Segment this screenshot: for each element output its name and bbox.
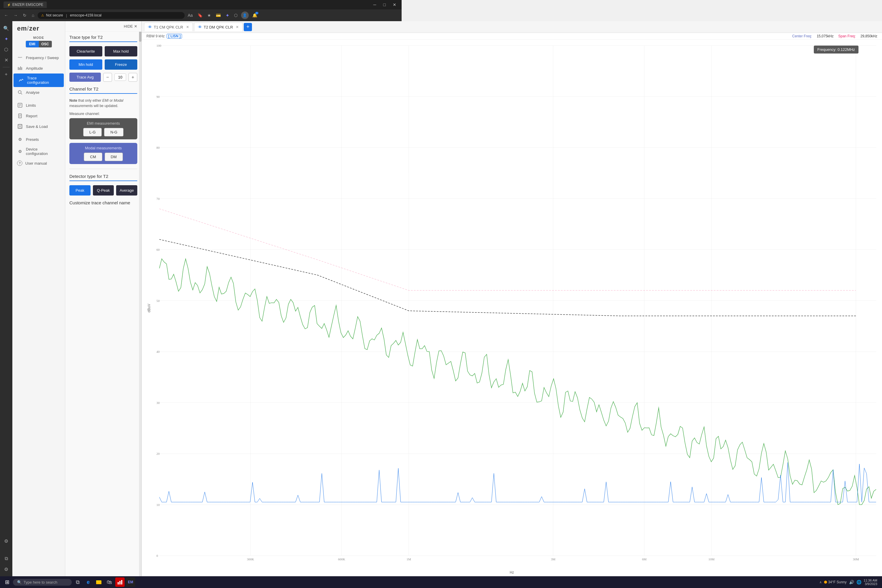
nav-label-limits: Limits — [26, 103, 36, 108]
t1-close-icon[interactable]: ✕ — [186, 25, 189, 29]
svg-rect-0 — [18, 67, 18, 70]
sidebar-collections-icon[interactable]: ⬡ — [2, 45, 11, 54]
immersive-reader-icon[interactable]: 🔖 — [196, 12, 204, 19]
rbw-value: 9 kHz — [156, 34, 165, 38]
browser-toolbar-right: Aa 🔖 ★ 💳 ✦ ⬡ 👤 🔔+ — [186, 12, 258, 20]
browser-tab[interactable]: ⚡ EMZER EMSCOPE — [3, 2, 47, 8]
left-nav: em/zer MODE EMI OSC 〰 Frequency / Sweep … — [12, 21, 65, 226]
lisn-badge: [ LISN ] — [167, 34, 182, 39]
close-button[interactable]: ✕ — [391, 2, 398, 8]
back-button[interactable]: ← — [2, 12, 10, 19]
trace-avg-plus-button[interactable]: + — [129, 73, 137, 82]
trace-type-row1: Clear/write Max hold — [69, 46, 137, 57]
channel-title: Channel for T2 — [69, 86, 137, 92]
trace-avg-button[interactable]: Trace Avg — [69, 73, 101, 82]
sidebar-x-icon[interactable]: ✕ — [2, 55, 11, 64]
t1-eye-icon: 👁 — [148, 25, 152, 29]
trace-icon — [18, 77, 24, 83]
panel-header: HIDE ✕ — [65, 21, 141, 32]
spectrum-chart[interactable] — [156, 43, 402, 226]
detector-section: Detector type for T2 Peak Q-Peak Average — [69, 174, 137, 195]
trace-avg-minus-button[interactable]: − — [103, 73, 112, 82]
trace-type-row2: Min hold Freeze — [69, 59, 137, 70]
sidebar-copilot-icon[interactable]: ✦ — [2, 34, 11, 44]
svg-rect-2 — [20, 66, 21, 70]
sidebar-search-icon[interactable]: 🔍 — [2, 24, 11, 33]
wallet-icon[interactable]: 💳 — [214, 12, 222, 19]
emi-mode-button[interactable]: EMI — [26, 41, 39, 47]
amplitude-icon — [17, 65, 23, 71]
main-area: 👁 T1 CM QPK CLR ✕ 👁 T2 DM QPK CLR ✕ + RB… — [142, 21, 402, 226]
panel-divider — [69, 169, 137, 169]
analyse-icon — [17, 89, 23, 95]
forward-button[interactable]: → — [12, 12, 20, 19]
hide-button[interactable]: HIDE ✕ — [124, 24, 137, 28]
hide-label: HIDE — [124, 24, 133, 28]
hide-close-icon: ✕ — [134, 24, 137, 28]
refresh-button[interactable]: ↻ — [21, 12, 28, 19]
ng-button[interactable]: N-G — [104, 128, 123, 136]
nav-item-report[interactable]: Report — [12, 111, 65, 121]
nav-item-frequency[interactable]: 〰 Frequency / Sweep — [12, 52, 65, 63]
address-bar[interactable]: ⚠ Not secure | emscope-4159.local — [38, 12, 184, 19]
trace-type-divider — [69, 42, 137, 42]
nav-item-device-config[interactable]: ⚙ Device configuration — [12, 145, 65, 158]
app-container: em/zer MODE EMI OSC 〰 Frequency / Sweep … — [12, 21, 402, 226]
browser-vertical-sidebar: 🔍 ✦ ⬡ ✕ + ⚙ ⧉ ⚙ — [0, 21, 12, 226]
dm-button[interactable]: DM — [105, 153, 123, 161]
emi-btn-row: L-G N-G — [73, 128, 134, 136]
freeze-button[interactable]: Freeze — [105, 59, 138, 70]
channel-section: Channel for T2 Note that only either EMI… — [69, 86, 137, 164]
svg-rect-16 — [19, 127, 21, 128]
tab-t1[interactable]: 👁 T1 CM QPK CLR ✕ — [144, 22, 193, 31]
nav-label-amplitude: Amplitude — [26, 66, 43, 70]
min-hold-button[interactable]: Min hold — [69, 59, 102, 70]
copilot-toolbar-icon[interactable]: ✦ — [224, 12, 231, 20]
modal-box-title: Modal measurements — [73, 146, 134, 150]
t2-close-icon[interactable]: ✕ — [236, 25, 239, 29]
browser-addressbar: ← → ↻ ⌂ ⚠ Not secure | emscope-4159.loca… — [0, 9, 402, 21]
nav-item-presets[interactable]: ⚙ Presets — [12, 134, 65, 145]
mode-toggle[interactable]: EMI OSC — [26, 40, 52, 48]
nav-item-save-load[interactable]: Save & Load — [12, 121, 65, 132]
sidebar-add-icon[interactable]: + — [2, 70, 11, 79]
panel-scrollbar[interactable] — [139, 21, 141, 226]
detector-title: Detector type for T2 — [69, 174, 137, 179]
detector-btn-row: Peak Q-Peak Average — [69, 185, 137, 195]
tab-t2[interactable]: 👁 T2 DM QPK CLR ✕ — [194, 22, 243, 31]
notifications-icon[interactable]: 🔔+ — [251, 12, 258, 19]
qpeak-button[interactable]: Q-Peak — [93, 185, 114, 195]
nav-label-presets: Presets — [26, 137, 39, 142]
peak-button[interactable]: Peak — [69, 185, 90, 195]
measure-channel-label: Measure channel: — [69, 111, 137, 116]
average-button[interactable]: Average — [116, 185, 137, 195]
nav-item-limits[interactable]: Limits — [12, 100, 65, 111]
note-text: Note that only either EMI or Modal measu… — [69, 98, 137, 108]
nav-item-analyse[interactable]: Analyse — [12, 87, 65, 98]
app-logo: em/zer — [12, 25, 65, 36]
cm-button[interactable]: CM — [84, 153, 102, 161]
favorites-icon[interactable]: ★ — [206, 12, 212, 19]
trace-avg-value[interactable]: 10 — [114, 74, 126, 81]
channel-divider — [69, 93, 137, 94]
lg-button[interactable]: L-G — [83, 128, 102, 136]
browser-titlebar: ⚡ EMZER EMSCOPE ─ □ ✕ — [0, 0, 402, 9]
osc-mode-button[interactable]: OSC — [39, 41, 52, 47]
max-hold-button[interactable]: Max hold — [105, 46, 138, 57]
chart-container[interactable]: dBuV Frequency: 0.122MHz Hz — [142, 40, 402, 226]
minimize-button[interactable]: ─ — [372, 2, 378, 8]
nav-item-trace[interactable]: Trace configuration — [14, 74, 64, 87]
extensions-toolbar-icon[interactable]: ⬡ — [233, 12, 239, 19]
profile-avatar[interactable]: 👤 — [241, 12, 249, 19]
user-manual-icon: ? — [17, 160, 22, 166]
device-config-icon: ⚙ — [17, 148, 23, 154]
home-button[interactable]: ⌂ — [30, 12, 36, 19]
rbw-label: RBW — [146, 34, 154, 38]
nav-item-amplitude[interactable]: Amplitude — [12, 63, 65, 74]
add-tab-button[interactable]: + — [244, 23, 252, 31]
maximize-button[interactable]: □ — [382, 2, 387, 8]
nav-item-user-manual[interactable]: ? User manual — [12, 158, 65, 168]
svg-line-5 — [21, 93, 22, 94]
clear-write-button[interactable]: Clear/write — [69, 46, 102, 57]
read-aloud-icon[interactable]: Aa — [186, 12, 194, 19]
